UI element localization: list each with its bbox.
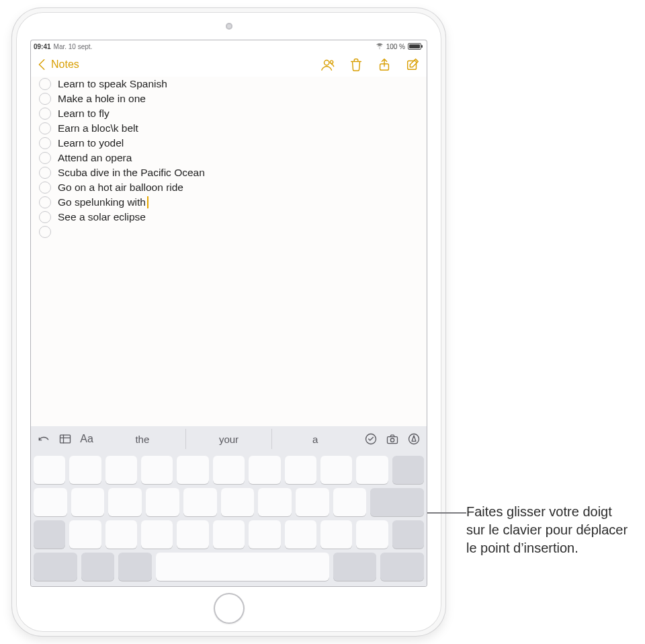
key[interactable] <box>356 456 388 484</box>
key[interactable] <box>71 488 105 516</box>
key[interactable] <box>69 520 101 549</box>
back-label: Notes <box>51 58 79 71</box>
share-icon[interactable] <box>377 57 392 72</box>
checkbox[interactable] <box>39 182 51 194</box>
list-item-text[interactable]: Earn a bloc\k belt <box>58 122 138 134</box>
mic-key[interactable] <box>118 553 152 581</box>
list-item-text[interactable]: Learn to fly <box>58 108 110 120</box>
key[interactable] <box>108 488 142 516</box>
key[interactable] <box>333 488 367 516</box>
checkbox[interactable] <box>39 152 51 164</box>
key[interactable] <box>105 456 137 484</box>
trash-icon[interactable] <box>349 57 363 72</box>
svg-rect-4 <box>60 435 71 443</box>
key[interactable] <box>177 456 208 484</box>
home-button[interactable] <box>214 593 245 624</box>
checkbox[interactable] <box>39 108 51 120</box>
key[interactable] <box>249 456 280 484</box>
checkbox[interactable] <box>39 137 51 149</box>
list-item[interactable]: Go on a hot air balloon ride <box>39 180 419 195</box>
key[interactable] <box>249 520 280 549</box>
list-item-text[interactable]: Make a hole in one <box>58 93 146 105</box>
return-key[interactable] <box>370 488 424 516</box>
keyboard-row <box>34 520 424 549</box>
key[interactable] <box>141 520 173 549</box>
list-item[interactable]: Learn to fly <box>39 106 419 121</box>
ipad-device: 09:41 Mar. 10 sept. 100 % <box>12 8 445 636</box>
key[interactable] <box>296 488 329 516</box>
numbers-key[interactable] <box>333 553 377 581</box>
key[interactable] <box>69 456 101 484</box>
back-button[interactable]: Notes <box>35 57 79 72</box>
keyboard-row <box>34 456 424 484</box>
camera-icon[interactable] <box>384 430 401 448</box>
key[interactable] <box>213 456 245 484</box>
list-item[interactable]: Attend an opera <box>39 151 419 165</box>
suggestion[interactable]: your <box>185 429 272 449</box>
note-body[interactable]: Learn to speak Spanish Make a hole in on… <box>31 77 427 426</box>
status-bar: 09:41 Mar. 10 sept. 100 % <box>31 40 427 52</box>
list-item[interactable]: See a solar eclipse <box>39 210 419 225</box>
checklist-icon[interactable] <box>362 430 380 448</box>
people-icon[interactable] <box>320 57 335 72</box>
checkbox[interactable] <box>39 93 51 105</box>
key[interactable] <box>320 456 352 484</box>
list-item[interactable] <box>39 225 419 239</box>
checkbox[interactable] <box>39 226 51 238</box>
key[interactable] <box>141 456 173 484</box>
screen: 09:41 Mar. 10 sept. 100 % <box>31 40 427 586</box>
checkbox[interactable] <box>39 122 51 134</box>
list-item-text[interactable]: Go on a hot air balloon ride <box>58 182 183 194</box>
text-cursor <box>147 196 148 208</box>
key[interactable] <box>213 520 245 549</box>
keyboard[interactable] <box>31 452 427 586</box>
list-item-text[interactable]: Learn to speak Spanish <box>58 78 167 90</box>
markup-icon[interactable] <box>405 430 423 448</box>
list-item[interactable]: Learn to speak Spanish <box>39 77 419 91</box>
checkbox[interactable] <box>39 196 51 208</box>
svg-point-9 <box>390 438 394 442</box>
suggestion[interactable]: the <box>99 429 185 449</box>
key[interactable] <box>105 520 137 549</box>
key[interactable] <box>356 520 388 549</box>
key[interactable] <box>285 520 316 549</box>
list-item-text[interactable]: Learn to yodel <box>58 137 124 149</box>
key[interactable] <box>183 488 217 516</box>
key[interactable] <box>258 488 292 516</box>
list-item[interactable]: Scuba dive in the Pacific Ocean <box>39 165 419 180</box>
list-item-text[interactable]: Scuba dive in the Pacific Ocean <box>58 167 205 179</box>
hide-keyboard-key[interactable] <box>380 553 424 581</box>
checkbox[interactable] <box>39 78 51 90</box>
suggestion[interactable]: a <box>271 429 358 449</box>
list-item[interactable]: Go spelunking with <box>39 195 419 210</box>
globe-key[interactable] <box>81 553 115 581</box>
key[interactable] <box>221 488 255 516</box>
space-key[interactable] <box>156 553 329 581</box>
shift-key[interactable] <box>392 520 424 549</box>
svg-rect-8 <box>388 437 398 444</box>
list-item-text[interactable]: Go spelunking with <box>58 196 146 208</box>
key[interactable] <box>320 520 352 549</box>
format-button[interactable]: Aa <box>78 430 95 448</box>
list-item[interactable]: Make a hole in one <box>39 91 419 106</box>
checklist[interactable]: Learn to speak Spanish Make a hole in on… <box>39 77 419 239</box>
key[interactable] <box>34 456 65 484</box>
numbers-key[interactable] <box>34 553 77 581</box>
list-item[interactable]: Earn a bloc\k belt <box>39 121 419 136</box>
backspace-key[interactable] <box>392 456 424 484</box>
keyboard-area[interactable]: Aa the your a <box>31 426 427 586</box>
key[interactable] <box>285 456 316 484</box>
shift-key[interactable] <box>34 520 65 549</box>
key[interactable] <box>177 520 208 549</box>
checkbox[interactable] <box>39 167 51 179</box>
compose-icon[interactable] <box>405 57 420 72</box>
list-item-text[interactable]: Attend an opera <box>58 152 132 164</box>
wifi-icon <box>376 42 384 50</box>
list-item-text[interactable]: See a solar eclipse <box>58 211 146 223</box>
table-icon[interactable] <box>56 430 74 448</box>
key[interactable] <box>34 488 67 516</box>
list-item[interactable]: Learn to yodel <box>39 136 419 151</box>
checkbox[interactable] <box>39 211 51 223</box>
undo-icon[interactable] <box>35 430 52 448</box>
key[interactable] <box>146 488 179 516</box>
